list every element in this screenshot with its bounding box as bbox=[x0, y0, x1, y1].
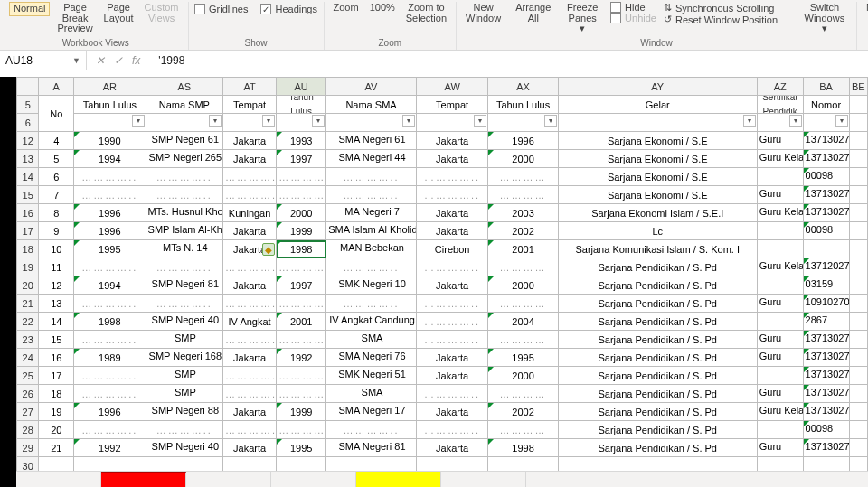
cell[interactable] bbox=[757, 313, 803, 331]
header-cell[interactable]: Tahun Lulus bbox=[74, 96, 146, 114]
cell[interactable]: 13713027 bbox=[803, 132, 849, 150]
cell[interactable]: ………….. bbox=[326, 421, 417, 439]
header-cell[interactable]: Nama SMP bbox=[146, 96, 223, 114]
filter-cell[interactable]: ▾ bbox=[416, 114, 487, 132]
cell[interactable]: 13713027 bbox=[803, 186, 849, 204]
row-header[interactable]: 21 bbox=[17, 295, 39, 313]
row-header[interactable]: 13 bbox=[17, 150, 39, 168]
cell[interactable] bbox=[757, 276, 803, 295]
error-indicator-icon[interactable]: ◆ bbox=[262, 243, 275, 256]
cell[interactable]: ………… bbox=[277, 168, 326, 186]
cb-headings[interactable]: ✓Headings bbox=[260, 4, 316, 14]
cell[interactable]: Guru Kelas bbox=[757, 258, 803, 276]
cell[interactable]: ………….. bbox=[146, 295, 223, 313]
cell[interactable]: 8 bbox=[39, 204, 74, 222]
col-header-AV[interactable]: AV bbox=[326, 78, 417, 96]
cell[interactable]: 13713027 bbox=[803, 367, 849, 385]
cell[interactable]: MTs N. 14 bbox=[146, 240, 223, 258]
sheet-tab-bar[interactable] bbox=[16, 471, 868, 487]
cell[interactable]: Guru bbox=[757, 349, 803, 367]
btn-page-layout[interactable]: Page Layout bbox=[100, 2, 137, 24]
cell[interactable]: 1990 bbox=[74, 132, 146, 150]
cell[interactable]: Kuningan bbox=[223, 204, 277, 222]
cell[interactable]: ………… bbox=[277, 385, 326, 403]
worksheet-grid[interactable]: AARASATAUAVAWAXAYAZBABE 5NoTahun LulusNa… bbox=[16, 77, 868, 475]
row-header[interactable]: 29 bbox=[17, 439, 39, 457]
cell[interactable]: Sarjana Pendidikan / S. Pd bbox=[558, 349, 757, 367]
cell[interactable]: Jakarta bbox=[223, 132, 277, 150]
cell[interactable]: ………….. bbox=[223, 367, 277, 385]
column-header-row[interactable]: AARASATAUAVAWAXAYAZBABE bbox=[17, 78, 868, 96]
col-header-BA[interactable]: BA bbox=[803, 78, 849, 96]
cell[interactable]: ………….. bbox=[416, 168, 487, 186]
cell[interactable]: 00098 bbox=[803, 168, 849, 186]
cell[interactable]: 1994 bbox=[74, 150, 146, 168]
btn-zoom-selection[interactable]: Zoom to Selection bbox=[402, 2, 450, 24]
cell[interactable]: Sarjana Ekonomi Islam / S.E.I bbox=[558, 204, 757, 222]
cell[interactable]: Cirebon bbox=[416, 240, 487, 258]
cell[interactable]: SMA Negeri 17 bbox=[326, 403, 417, 421]
cell[interactable]: Sarjana Pendidikan / S. Pd bbox=[558, 295, 757, 313]
cell[interactable]: ………….. bbox=[223, 331, 277, 349]
filter-cell[interactable]: ▾ bbox=[558, 114, 757, 132]
row-header[interactable]: 20 bbox=[17, 276, 39, 295]
btn-arrange-all[interactable]: Arrange All bbox=[512, 2, 554, 24]
header-cell[interactable]: Tahun Lulus bbox=[488, 96, 558, 114]
cell[interactable]: 03159 bbox=[803, 276, 849, 295]
cell[interactable]: 19 bbox=[39, 403, 74, 421]
col-header-AX[interactable]: AX bbox=[488, 78, 558, 96]
cell[interactable]: 2000 bbox=[277, 204, 326, 222]
cell[interactable]: Sarjana Pendidikan / S. Pd bbox=[558, 385, 757, 403]
filter-cell[interactable]: ▾ bbox=[326, 114, 417, 132]
btn-macros[interactable]: Macro bbox=[863, 2, 868, 14]
cell[interactable]: 13713027 bbox=[803, 439, 849, 457]
cell[interactable]: Jakarta bbox=[416, 367, 487, 385]
col-header-AU[interactable]: AU bbox=[277, 78, 326, 96]
cell[interactable]: Jakarta bbox=[416, 222, 487, 240]
cell[interactable]: 1997 bbox=[277, 276, 326, 295]
btn-page-break[interactable]: Page Break Preview bbox=[53, 2, 96, 35]
cell[interactable]: Guru Kelas bbox=[757, 150, 803, 168]
cell[interactable]: ………….. bbox=[416, 385, 487, 403]
col-header-A[interactable]: A bbox=[39, 78, 74, 96]
cell[interactable]: SMP Islam Al-Kholidin bbox=[146, 222, 223, 240]
cell[interactable]: 2001 bbox=[277, 313, 326, 331]
cell[interactable]: ………….. bbox=[146, 168, 223, 186]
cell[interactable]: 13713027 bbox=[803, 385, 849, 403]
cell[interactable]: 1998 bbox=[277, 240, 326, 258]
cell[interactable]: ………….. bbox=[326, 186, 417, 204]
cell[interactable] bbox=[849, 295, 867, 313]
cell[interactable]: ………… bbox=[277, 295, 326, 313]
cell[interactable]: 12 bbox=[39, 276, 74, 295]
row-header[interactable]: 19 bbox=[17, 258, 39, 276]
cell[interactable]: ………….. bbox=[74, 168, 146, 186]
cell[interactable]: 1995 bbox=[488, 349, 558, 367]
cell[interactable]: 17 bbox=[39, 367, 74, 385]
cell[interactable]: 1995 bbox=[74, 240, 146, 258]
cell[interactable]: Sarjana Ekonomi / S.E bbox=[558, 132, 757, 150]
row-header[interactable]: 18 bbox=[17, 240, 39, 258]
cell[interactable]: Sarjana Ekonomi / S.E bbox=[558, 186, 757, 204]
cell[interactable]: ………… bbox=[488, 295, 558, 313]
btn-switch-windows[interactable]: Switch Windows ▾ bbox=[798, 2, 851, 35]
cancel-icon[interactable]: ✕ bbox=[96, 54, 105, 67]
cell[interactable]: 1993 bbox=[277, 132, 326, 150]
cell[interactable]: Jakarta bbox=[416, 150, 487, 168]
cell[interactable]: SMA Negeri 76 bbox=[326, 349, 417, 367]
cell[interactable]: Guru bbox=[757, 439, 803, 457]
cell[interactable]: Guru bbox=[757, 295, 803, 313]
header-cell[interactable]: Tempat bbox=[416, 96, 487, 114]
cell[interactable]: 13712027 bbox=[803, 258, 849, 276]
btn-unhide[interactable]: Unhide bbox=[610, 13, 656, 23]
header-cell[interactable]: No bbox=[39, 96, 74, 132]
cell[interactable]: ………….. bbox=[416, 331, 487, 349]
cell[interactable]: Sarjana Komunikasi Islam / S. Kom. I bbox=[558, 240, 757, 258]
cell[interactable]: ………….. bbox=[416, 186, 487, 204]
cell[interactable]: ………….. bbox=[223, 258, 277, 276]
cell[interactable]: ………… bbox=[488, 186, 558, 204]
cell[interactable]: ………….. bbox=[74, 421, 146, 439]
cell[interactable]: 13713027 bbox=[803, 403, 849, 421]
cell[interactable] bbox=[849, 331, 867, 349]
sheet-tab-6[interactable] bbox=[441, 472, 526, 487]
btn-normal-view[interactable]: Normal bbox=[9, 2, 50, 16]
